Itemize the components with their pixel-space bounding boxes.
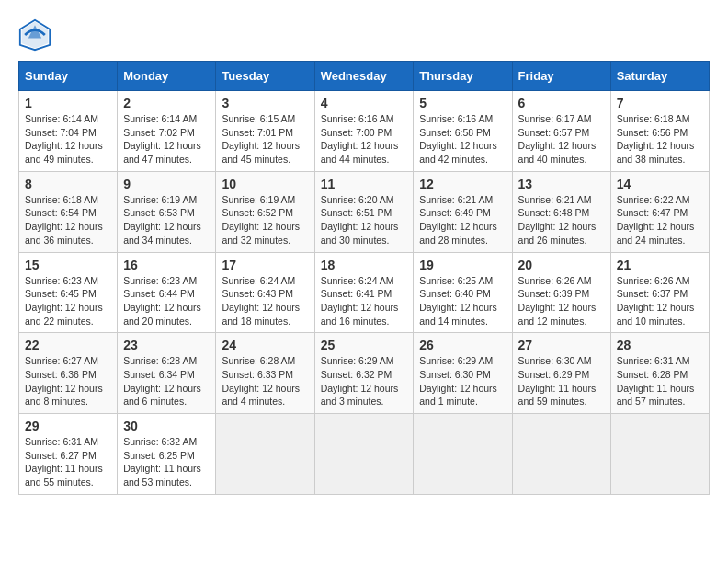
week-row-1: 1 Sunrise: 6:14 AMSunset: 7:04 PMDayligh… (19, 91, 710, 172)
day-info: Sunrise: 6:24 AMSunset: 6:41 PMDaylight:… (321, 274, 408, 328)
calendar-cell (216, 414, 314, 495)
day-number: 18 (321, 258, 408, 272)
day-number: 8 (25, 177, 111, 191)
calendar-cell: 6 Sunrise: 6:17 AMSunset: 6:57 PMDayligh… (512, 91, 610, 172)
calendar-cell (414, 414, 512, 495)
day-info: Sunrise: 6:31 AMSunset: 6:28 PMDaylight:… (617, 354, 703, 408)
day-number: 27 (518, 338, 605, 352)
week-row-3: 15 Sunrise: 6:23 AMSunset: 6:45 PMDaylig… (19, 252, 710, 333)
day-number: 3 (222, 96, 308, 110)
calendar-cell: 1 Sunrise: 6:14 AMSunset: 7:04 PMDayligh… (19, 91, 118, 172)
day-number: 19 (419, 258, 506, 272)
day-info: Sunrise: 6:29 AMSunset: 6:32 PMDaylight:… (321, 354, 408, 408)
day-number: 10 (222, 177, 308, 191)
week-row-5: 29 Sunrise: 6:31 AMSunset: 6:27 PMDaylig… (19, 414, 710, 495)
calendar-cell: 23 Sunrise: 6:28 AMSunset: 6:34 PMDaylig… (118, 333, 216, 414)
day-number: 30 (123, 419, 210, 433)
day-number: 1 (25, 96, 111, 110)
day-info: Sunrise: 6:21 AMSunset: 6:49 PMDaylight:… (419, 193, 506, 247)
weekday-header-sunday: Sunday (19, 62, 118, 91)
day-number: 7 (617, 96, 703, 110)
day-info: Sunrise: 6:19 AMSunset: 6:52 PMDaylight:… (222, 193, 308, 247)
day-info: Sunrise: 6:29 AMSunset: 6:30 PMDaylight:… (419, 354, 506, 408)
day-info: Sunrise: 6:26 AMSunset: 6:37 PMDaylight:… (617, 274, 703, 328)
day-info: Sunrise: 6:23 AMSunset: 6:44 PMDaylight:… (123, 274, 210, 328)
calendar-cell: 3 Sunrise: 6:15 AMSunset: 7:01 PMDayligh… (216, 91, 314, 172)
calendar-cell: 30 Sunrise: 6:32 AMSunset: 6:25 PMDaylig… (118, 414, 216, 495)
day-number: 14 (617, 177, 703, 191)
header (18, 18, 710, 52)
day-info: Sunrise: 6:19 AMSunset: 6:53 PMDaylight:… (123, 193, 210, 247)
day-info: Sunrise: 6:17 AMSunset: 6:57 PMDaylight:… (518, 112, 605, 167)
day-number: 20 (518, 258, 605, 272)
day-number: 5 (419, 96, 506, 110)
day-info: Sunrise: 6:18 AMSunset: 6:56 PMDaylight:… (617, 112, 703, 167)
calendar-cell: 12 Sunrise: 6:21 AMSunset: 6:49 PMDaylig… (414, 171, 512, 252)
week-row-4: 22 Sunrise: 6:27 AMSunset: 6:36 PMDaylig… (19, 333, 710, 414)
day-info: Sunrise: 6:25 AMSunset: 6:40 PMDaylight:… (419, 274, 506, 328)
day-number: 16 (123, 258, 210, 272)
calendar-cell: 20 Sunrise: 6:26 AMSunset: 6:39 PMDaylig… (512, 252, 610, 333)
calendar-cell: 15 Sunrise: 6:23 AMSunset: 6:45 PMDaylig… (19, 252, 118, 333)
day-info: Sunrise: 6:14 AMSunset: 7:04 PMDaylight:… (25, 112, 111, 167)
day-info: Sunrise: 6:22 AMSunset: 6:47 PMDaylight:… (617, 193, 703, 247)
day-info: Sunrise: 6:20 AMSunset: 6:51 PMDaylight:… (321, 193, 408, 247)
calendar-cell: 29 Sunrise: 6:31 AMSunset: 6:27 PMDaylig… (19, 414, 118, 495)
weekday-header-thursday: Thursday (414, 62, 512, 91)
calendar-cell: 2 Sunrise: 6:14 AMSunset: 7:02 PMDayligh… (118, 91, 216, 172)
calendar-cell: 22 Sunrise: 6:27 AMSunset: 6:36 PMDaylig… (19, 333, 118, 414)
day-info: Sunrise: 6:24 AMSunset: 6:43 PMDaylight:… (222, 274, 308, 328)
day-info: Sunrise: 6:31 AMSunset: 6:27 PMDaylight:… (25, 435, 111, 489)
calendar-cell: 27 Sunrise: 6:30 AMSunset: 6:29 PMDaylig… (512, 333, 610, 414)
calendar-cell: 24 Sunrise: 6:28 AMSunset: 6:33 PMDaylig… (216, 333, 314, 414)
calendar-cell: 25 Sunrise: 6:29 AMSunset: 6:32 PMDaylig… (314, 333, 414, 414)
day-number: 21 (617, 258, 703, 272)
weekday-header-saturday: Saturday (610, 62, 709, 91)
weekday-header-row: SundayMondayTuesdayWednesdayThursdayFrid… (19, 62, 710, 91)
day-info: Sunrise: 6:30 AMSunset: 6:29 PMDaylight:… (518, 354, 605, 408)
day-info: Sunrise: 6:23 AMSunset: 6:45 PMDaylight:… (25, 274, 111, 328)
day-info: Sunrise: 6:28 AMSunset: 6:34 PMDaylight:… (123, 354, 210, 408)
day-info: Sunrise: 6:26 AMSunset: 6:39 PMDaylight:… (518, 274, 605, 328)
calendar-cell: 7 Sunrise: 6:18 AMSunset: 6:56 PMDayligh… (610, 91, 709, 172)
day-number: 22 (25, 338, 111, 352)
weekday-header-monday: Monday (118, 62, 216, 91)
logo-icon (18, 18, 51, 52)
day-info: Sunrise: 6:18 AMSunset: 6:54 PMDaylight:… (25, 193, 111, 247)
day-number: 9 (123, 177, 210, 191)
calendar-cell: 13 Sunrise: 6:21 AMSunset: 6:48 PMDaylig… (512, 171, 610, 252)
day-info: Sunrise: 6:28 AMSunset: 6:33 PMDaylight:… (222, 354, 308, 408)
day-number: 13 (518, 177, 605, 191)
day-number: 29 (25, 419, 111, 433)
day-info: Sunrise: 6:21 AMSunset: 6:48 PMDaylight:… (518, 193, 605, 247)
weekday-header-friday: Friday (512, 62, 610, 91)
calendar-cell: 18 Sunrise: 6:24 AMSunset: 6:41 PMDaylig… (314, 252, 414, 333)
calendar-cell: 4 Sunrise: 6:16 AMSunset: 7:00 PMDayligh… (314, 91, 414, 172)
day-number: 6 (518, 96, 605, 110)
calendar-cell: 11 Sunrise: 6:20 AMSunset: 6:51 PMDaylig… (314, 171, 414, 252)
week-row-2: 8 Sunrise: 6:18 AMSunset: 6:54 PMDayligh… (19, 171, 710, 252)
calendar-cell: 16 Sunrise: 6:23 AMSunset: 6:44 PMDaylig… (118, 252, 216, 333)
day-number: 15 (25, 258, 111, 272)
calendar-cell: 26 Sunrise: 6:29 AMSunset: 6:30 PMDaylig… (414, 333, 512, 414)
day-number: 25 (321, 338, 408, 352)
day-number: 26 (419, 338, 506, 352)
day-number: 12 (419, 177, 506, 191)
weekday-header-wednesday: Wednesday (314, 62, 414, 91)
calendar-cell (512, 414, 610, 495)
calendar-cell: 10 Sunrise: 6:19 AMSunset: 6:52 PMDaylig… (216, 171, 314, 252)
day-info: Sunrise: 6:16 AMSunset: 7:00 PMDaylight:… (321, 112, 408, 167)
calendar-cell: 8 Sunrise: 6:18 AMSunset: 6:54 PMDayligh… (19, 171, 118, 252)
calendar-cell: 14 Sunrise: 6:22 AMSunset: 6:47 PMDaylig… (610, 171, 709, 252)
calendar-cell (314, 414, 414, 495)
day-number: 2 (123, 96, 210, 110)
day-number: 23 (123, 338, 210, 352)
calendar-cell: 28 Sunrise: 6:31 AMSunset: 6:28 PMDaylig… (610, 333, 709, 414)
day-info: Sunrise: 6:16 AMSunset: 6:58 PMDaylight:… (419, 112, 506, 167)
day-info: Sunrise: 6:32 AMSunset: 6:25 PMDaylight:… (123, 435, 210, 489)
logo (18, 18, 57, 52)
calendar-cell: 9 Sunrise: 6:19 AMSunset: 6:53 PMDayligh… (118, 171, 216, 252)
calendar-cell: 5 Sunrise: 6:16 AMSunset: 6:58 PMDayligh… (414, 91, 512, 172)
calendar-cell (610, 414, 709, 495)
day-info: Sunrise: 6:15 AMSunset: 7:01 PMDaylight:… (222, 112, 308, 167)
